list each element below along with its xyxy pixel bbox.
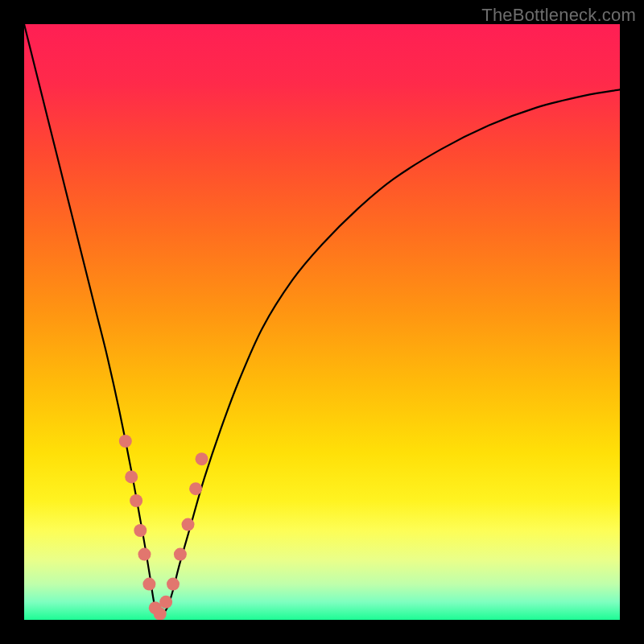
highlight-dot [134, 524, 147, 537]
highlight-dot [167, 578, 180, 591]
highlight-dot [182, 518, 195, 531]
highlight-dot [130, 494, 142, 507]
plot-area [24, 24, 620, 620]
highlight-dot [189, 482, 202, 495]
curve-layer [24, 24, 620, 620]
highlight-dots [119, 435, 208, 620]
bottleneck-curve [24, 24, 620, 614]
highlight-dot [159, 596, 172, 609]
watermark-text: TheBottleneck.com [481, 5, 636, 26]
highlight-dot [142, 578, 155, 591]
highlight-dot [154, 608, 167, 620]
highlight-dot [125, 470, 138, 483]
chart-frame: TheBottleneck.com [0, 0, 644, 644]
highlight-dot [196, 452, 208, 465]
highlight-dot [119, 435, 132, 448]
highlight-dot [174, 548, 187, 561]
highlight-dot [138, 548, 151, 561]
